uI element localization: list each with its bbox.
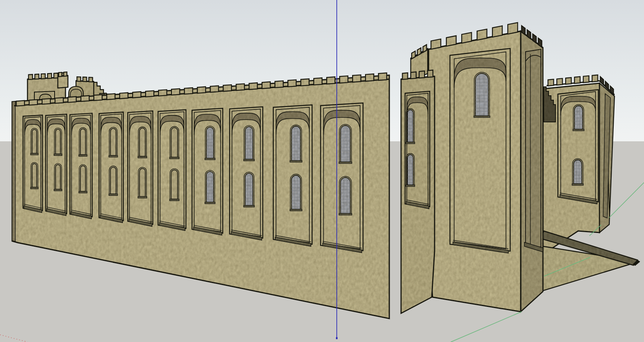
viewport-3d[interactable]: Castle model — perspective view <box>0 0 644 342</box>
scene-svg[interactable]: Castle model — perspective view <box>0 0 644 342</box>
blue-axis-endpoint <box>336 337 338 339</box>
right-tower[interactable] <box>543 75 614 254</box>
corner-bastion[interactable] <box>401 70 435 313</box>
